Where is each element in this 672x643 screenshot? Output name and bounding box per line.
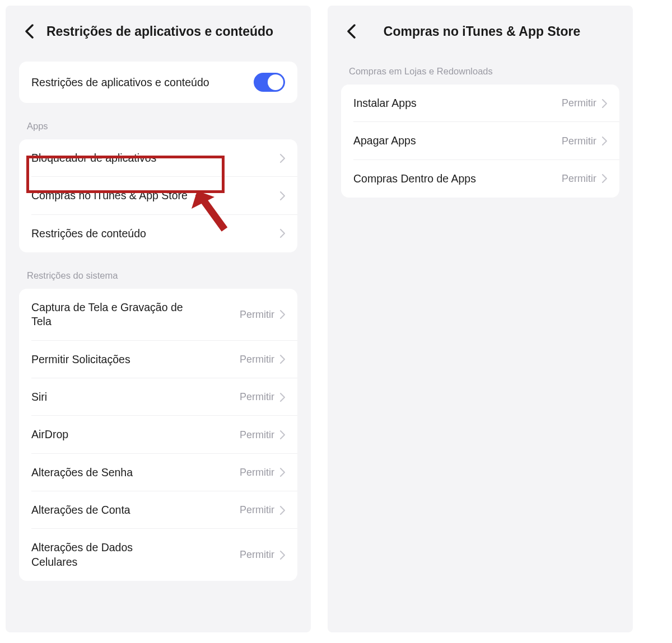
siri-row[interactable]: Siri Permitir <box>19 378 297 416</box>
chevron-right-icon <box>602 99 607 108</box>
install-apps-row[interactable]: Instalar Apps Permitir <box>341 85 619 122</box>
toggle-knob <box>268 74 283 90</box>
chevron-right-icon <box>280 506 285 515</box>
page-title: Compras no iTunes & App Store <box>361 24 619 39</box>
chevron-right-icon <box>280 154 285 163</box>
row-value: Permitir <box>562 135 596 147</box>
row-label: Restrições de conteúdo <box>31 227 146 241</box>
chevron-right-icon <box>280 310 285 319</box>
chevron-right-icon <box>280 229 285 238</box>
restrictions-toggle-row[interactable]: Restrições de aplicativos e conteúdo <box>19 62 297 103</box>
app-blocker-row[interactable]: Bloqueador de aplicativos <box>19 139 297 177</box>
row-value: Permitir <box>562 173 596 185</box>
row-value: Permitir <box>240 549 274 561</box>
system-section-header: Restrições do sistema <box>19 266 297 289</box>
delete-apps-row[interactable]: Apagar Apps Permitir <box>341 122 619 159</box>
content-restrictions-row[interactable]: Restrições de conteúdo <box>19 215 297 252</box>
system-list-card: Captura de Tela e Gravação de Tela Permi… <box>19 289 297 581</box>
chevron-left-icon <box>25 24 34 39</box>
page-title: Restrições de aplicativos e conteúdo <box>39 24 297 39</box>
row-label: Bloqueador de aplicativos <box>31 151 156 165</box>
header-left: Restrições de aplicativos e conteúdo <box>19 17 297 46</box>
right-screen: Compras no iTunes & App Store Compras em… <box>328 6 633 632</box>
allow-requests-row[interactable]: Permitir Solicitações Permitir <box>19 341 297 378</box>
back-button[interactable] <box>341 21 361 41</box>
row-label: Apagar Apps <box>353 134 416 148</box>
back-button[interactable] <box>19 21 39 41</box>
chevron-right-icon <box>280 468 285 477</box>
row-label: Alterações de Senha <box>31 466 133 480</box>
account-changes-row[interactable]: Alterações de Conta Permitir <box>19 491 297 529</box>
restrictions-toggle[interactable] <box>254 73 285 92</box>
chevron-right-icon <box>280 430 285 439</box>
screen-recording-row[interactable]: Captura de Tela e Gravação de Tela Permi… <box>19 289 297 341</box>
row-value: Permitir <box>240 429 274 441</box>
left-screen: Restrições de aplicativos e conteúdo Res… <box>6 6 311 632</box>
chevron-right-icon <box>280 191 285 200</box>
apps-section-header: Apps <box>19 116 297 139</box>
in-app-purchases-row[interactable]: Compras Dentro de Apps Permitir <box>341 160 619 198</box>
apps-list-card: Bloqueador de aplicativos Compras no iTu… <box>19 139 297 252</box>
row-value: Permitir <box>240 309 274 321</box>
chevron-right-icon <box>602 174 607 183</box>
row-label: Siri <box>31 390 47 404</box>
row-label: Captura de Tela e Gravação de Tela <box>31 301 199 329</box>
airdrop-row[interactable]: AirDrop Permitir <box>19 416 297 453</box>
row-value: Permitir <box>240 467 274 478</box>
row-value: Permitir <box>240 391 274 403</box>
row-value: Permitir <box>562 97 596 109</box>
toggle-card: Restrições de aplicativos e conteúdo <box>19 62 297 103</box>
cellular-data-changes-row[interactable]: Alterações de Dados Celulares Permitir <box>19 529 297 581</box>
row-value: Permitir <box>240 354 274 365</box>
chevron-left-icon <box>347 24 356 39</box>
chevron-right-icon <box>280 393 285 402</box>
chevron-right-icon <box>602 137 607 146</box>
row-label: Instalar Apps <box>353 96 417 110</box>
chevron-right-icon <box>280 551 285 560</box>
password-changes-row[interactable]: Alterações de Senha Permitir <box>19 454 297 491</box>
toggle-label: Restrições de aplicativos e conteúdo <box>31 76 209 89</box>
row-label: AirDrop <box>31 428 68 442</box>
row-label: Compras no iTunes & App Store <box>31 189 188 203</box>
row-label: Permitir Solicitações <box>31 353 130 367</box>
row-label: Alterações de Conta <box>31 503 130 517</box>
row-label: Compras Dentro de Apps <box>353 172 476 186</box>
chevron-right-icon <box>280 355 285 364</box>
purchases-list-card: Instalar Apps Permitir Apagar Apps Permi… <box>341 85 619 198</box>
header-right: Compras no iTunes & App Store <box>341 17 619 46</box>
itunes-purchases-row[interactable]: Compras no iTunes & App Store <box>19 177 297 214</box>
row-label: Alterações de Dados Celulares <box>31 541 143 569</box>
row-value: Permitir <box>240 504 274 516</box>
purchases-section-header: Compras em Lojas e Redownloads <box>341 62 619 85</box>
